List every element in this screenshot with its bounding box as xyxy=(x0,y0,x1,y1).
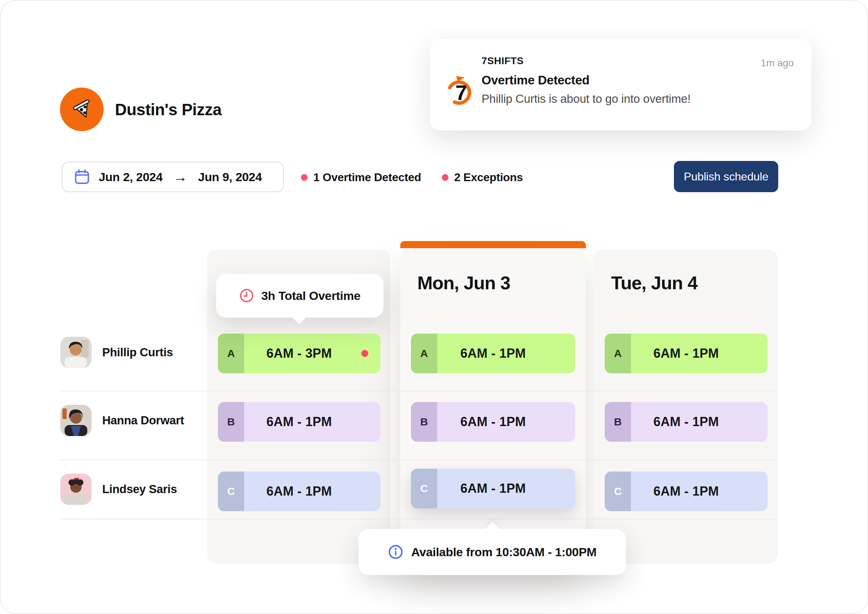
status-legend: 1 Overtime Detected 2 Exceptions xyxy=(301,170,523,185)
shift-tag: C xyxy=(218,471,244,511)
app-window: Dustin's Pizza 7 7SHIFTS Overtime Detect… xyxy=(0,0,868,614)
svg-text:7: 7 xyxy=(455,81,467,105)
avatar-hanna-dorwart xyxy=(60,405,92,436)
shift-chip[interactable]: B 6AM - 1PM xyxy=(605,402,768,442)
selected-day-indicator-bar xyxy=(400,241,586,248)
shift-time: 6AM - 1PM xyxy=(266,484,332,499)
exceptions-status-dot xyxy=(442,174,448,181)
notification-message: Phillip Curtis is about to go into overt… xyxy=(482,92,744,105)
notification-timestamp: 1m ago xyxy=(761,57,794,69)
shift-time: 6AM - 3PM xyxy=(266,346,332,361)
calendar-icon xyxy=(75,169,89,185)
overtime-tooltip: 3h Total Overtime xyxy=(216,274,384,318)
overtime-legend-label: 1 Overtime Detected xyxy=(313,171,421,184)
pizza-icon xyxy=(69,96,95,122)
7shifts-stopwatch-icon: 7 xyxy=(445,72,474,108)
shift-chip[interactable]: A 6AM - 1PM xyxy=(411,333,575,373)
page-title: Dustin's Pizza xyxy=(115,99,221,121)
shift-time: 6AM - 1PM xyxy=(266,414,332,429)
notification-app-name: 7SHIFTS xyxy=(482,55,744,67)
shift-time: 6AM - 1PM xyxy=(653,484,719,499)
shift-tag: A xyxy=(605,333,631,373)
employee-name: Phillip Curtis xyxy=(102,344,173,360)
shift-tag: B xyxy=(218,402,244,442)
publish-schedule-button[interactable]: Publish schedule xyxy=(674,161,778,192)
employee-name: Hanna Dorwart xyxy=(102,412,184,428)
date-range-start: Jun 2, 2024 xyxy=(99,170,163,184)
overtime-status-dot xyxy=(301,174,308,181)
row-divider xyxy=(60,519,778,519)
overtime-legend-item[interactable]: 1 Overtime Detected xyxy=(301,171,421,184)
shift-chip[interactable]: C 6AM - 1PM xyxy=(218,471,380,511)
shift-tag: A xyxy=(218,333,244,373)
shift-tag: C xyxy=(605,471,631,511)
shift-chip[interactable]: A 6AM - 3PM xyxy=(218,333,380,373)
shift-tag: B xyxy=(605,402,631,442)
shift-time: 6AM - 1PM xyxy=(653,346,719,361)
shift-time: 6AM - 1PM xyxy=(460,481,526,496)
day-header-monday: Mon, Jun 3 xyxy=(417,272,510,293)
shift-chip[interactable]: B 6AM - 1PM xyxy=(218,402,380,442)
shift-time: 6AM - 1PM xyxy=(460,414,526,429)
notification-title: Overtime Detected xyxy=(482,73,744,87)
date-range-picker[interactable]: Jun 2, 2024 → Jun 9, 2024 xyxy=(62,162,284,192)
date-range-end: Jun 9, 2024 xyxy=(198,170,262,184)
avatar-lindsey-saris xyxy=(60,474,92,505)
shift-time: 6AM - 1PM xyxy=(653,414,719,429)
overtime-dot xyxy=(361,350,368,357)
shift-chip[interactable]: B 6AM - 1PM xyxy=(411,402,575,442)
row-divider xyxy=(60,459,778,460)
restaurant-logo xyxy=(60,88,104,131)
avatar-phillip-curtis xyxy=(60,337,92,368)
shift-chip[interactable]: A 6AM - 1PM xyxy=(605,333,768,373)
exceptions-legend-item[interactable]: 2 Exceptions xyxy=(442,171,523,184)
shift-chip[interactable]: C 6AM - 1PM xyxy=(411,469,575,509)
shift-time: 6AM - 1PM xyxy=(460,346,526,361)
row-divider xyxy=(60,391,778,391)
notification-card[interactable]: 7 7SHIFTS Overtime Detected Phillip Curt… xyxy=(430,39,812,130)
info-icon xyxy=(388,544,403,560)
day-header-tuesday: Tue, Jun 4 xyxy=(611,272,697,293)
clock-icon xyxy=(239,288,254,303)
exceptions-legend-label: 2 Exceptions xyxy=(454,171,523,184)
shift-tag: B xyxy=(411,402,437,442)
employee-name: Lindsey Saris xyxy=(102,481,177,497)
overtime-tooltip-text: 3h Total Overtime xyxy=(261,289,361,303)
shift-chip[interactable]: C 6AM - 1PM xyxy=(605,471,768,511)
shift-tag: A xyxy=(411,333,437,373)
shift-tag: C xyxy=(411,469,437,509)
availability-tooltip-text: Available from 10:30AM - 1:00PM xyxy=(411,545,597,559)
availability-tooltip: Available from 10:30AM - 1:00PM xyxy=(358,529,626,575)
